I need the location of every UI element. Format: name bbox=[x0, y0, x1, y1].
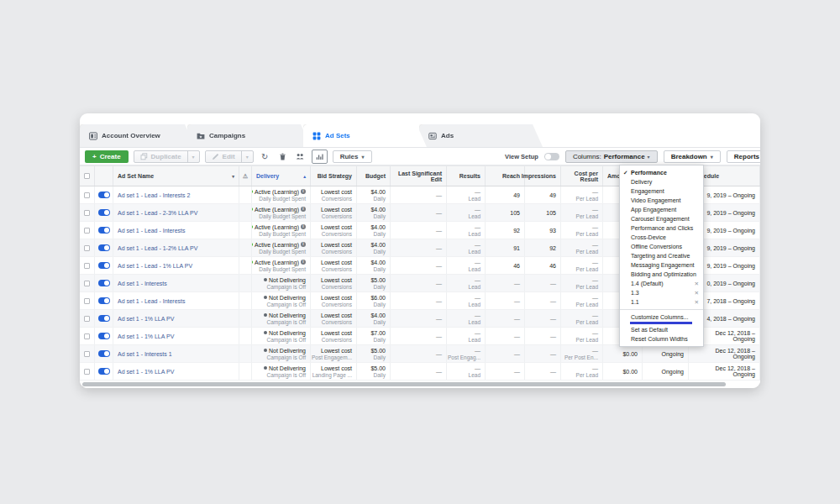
tab-ads[interactable]: Ads bbox=[419, 124, 543, 147]
columns-menu-item[interactable]: App Engagement bbox=[620, 205, 703, 214]
tab-campaigns[interactable]: Campaigns bbox=[187, 124, 311, 147]
columns-menu-item[interactable]: Offline Conversions bbox=[620, 242, 703, 251]
columns-menu-item[interactable]: ✓Performance bbox=[620, 168, 703, 177]
ad-set-name-link[interactable]: Ad set 1 - Lead - 1% LLA PV bbox=[118, 263, 234, 269]
row-checkbox[interactable] bbox=[84, 210, 90, 216]
row-checkbox[interactable] bbox=[84, 263, 90, 269]
reports-button[interactable]: Reports bbox=[727, 150, 760, 163]
columns-menu-item[interactable]: Video Engagement bbox=[620, 196, 703, 205]
edit-caret-button[interactable]: ▾ bbox=[241, 151, 253, 162]
row-active-toggle[interactable] bbox=[98, 192, 110, 198]
columns-menu-preset[interactable]: 1.4 (Default)✕ bbox=[620, 279, 703, 288]
row-checkbox[interactable] bbox=[84, 228, 90, 234]
ad-set-name-link[interactable]: Ad set 1 - Lead - Interests 2 bbox=[118, 192, 234, 198]
column-header[interactable]: ⚠ bbox=[239, 166, 252, 186]
info-icon[interactable]: i bbox=[301, 260, 306, 265]
rules-button[interactable]: Rules ▾ bbox=[333, 150, 372, 163]
duplicate-caret-button[interactable]: ▾ bbox=[187, 151, 199, 162]
columns-menu-item[interactable]: Cross-Device bbox=[620, 233, 703, 242]
ad-set-name-link[interactable]: Ad set 1 - Lead - Interests bbox=[118, 228, 234, 234]
columns-menu-item[interactable]: Targeting and Creative bbox=[620, 251, 703, 260]
row-checkbox[interactable] bbox=[84, 316, 90, 322]
columns-menu-preset[interactable]: 1.1✕ bbox=[620, 297, 703, 307]
remove-preset-icon[interactable]: ✕ bbox=[695, 290, 699, 297]
row-active-toggle[interactable] bbox=[98, 227, 110, 234]
column-header[interactable] bbox=[95, 166, 113, 186]
columns-menu-item[interactable]: Messaging Engagement bbox=[620, 260, 703, 270]
columns-menu-action[interactable]: Set as Default bbox=[620, 325, 703, 334]
row-active-toggle[interactable] bbox=[98, 368, 110, 375]
columns-menu-item[interactable]: Performance and Clicks bbox=[620, 223, 703, 233]
delivery-cell: Active (Learning)iDaily Budget Spent bbox=[252, 257, 311, 274]
remove-preset-icon[interactable]: ✕ bbox=[695, 281, 699, 287]
tab-ad-sets[interactable]: Ad Sets bbox=[303, 124, 427, 147]
column-header[interactable]: Reach bbox=[486, 166, 525, 186]
column-header[interactable]: Ad Set Name▾ bbox=[113, 166, 239, 186]
breakdown-button[interactable]: Breakdown ▾ bbox=[664, 150, 721, 163]
view-charts-button[interactable] bbox=[312, 150, 328, 164]
column-header[interactable]: Delivery▴ bbox=[252, 166, 311, 186]
row-active-toggle[interactable] bbox=[98, 280, 110, 286]
info-icon[interactable]: i bbox=[301, 189, 306, 194]
row-active-toggle[interactable] bbox=[98, 297, 110, 304]
columns-menu-item[interactable]: Bidding and Optimization bbox=[620, 270, 703, 279]
delivery-sub-label: Daily Budget Spent bbox=[259, 231, 306, 237]
ad-set-name-link[interactable]: Ad set 1 - Lead - 1-2% LLA PV bbox=[118, 245, 234, 251]
cell-sub-value: Per Lead bbox=[576, 213, 598, 219]
view-setup-toggle[interactable] bbox=[544, 153, 559, 160]
columns-menu-preset[interactable]: 1.3✕ bbox=[620, 288, 703, 297]
info-icon[interactable]: i bbox=[301, 207, 306, 212]
row-active-toggle[interactable] bbox=[98, 333, 110, 339]
row-checkbox[interactable] bbox=[84, 192, 90, 198]
revert-button[interactable]: ↻ bbox=[259, 150, 271, 163]
ad-set-name-link[interactable]: Ad set 1 - Interests bbox=[118, 281, 234, 286]
row-active-toggle[interactable] bbox=[98, 262, 110, 269]
warning-cell bbox=[239, 310, 252, 327]
tab-account-overview[interactable]: Account Overview bbox=[80, 124, 195, 147]
column-header[interactable]: Cost per Result bbox=[561, 166, 603, 186]
columns-menu-action[interactable]: Reset Column Widths bbox=[620, 334, 703, 344]
remove-preset-icon[interactable]: ✕ bbox=[695, 299, 699, 306]
columns-menu-action[interactable]: Customize Columns... bbox=[620, 312, 703, 322]
info-icon[interactable]: i bbox=[301, 242, 306, 247]
column-header[interactable]: Last Significant Edit bbox=[391, 166, 447, 186]
cell-sub-value: Per Lead bbox=[576, 231, 598, 237]
column-header[interactable]: Results bbox=[447, 166, 486, 186]
columns-menu-item-label: Performance and Clicks bbox=[631, 225, 693, 231]
data-cell: $4.00Daily bbox=[357, 222, 391, 239]
ad-set-name-link[interactable]: Ad set 1 - 1% LLA PV bbox=[118, 369, 234, 375]
row-active-toggle[interactable] bbox=[98, 315, 110, 322]
row-active-toggle[interactable] bbox=[98, 209, 110, 216]
duplicate-button[interactable]: Duplicate bbox=[134, 151, 187, 162]
column-header[interactable] bbox=[80, 166, 95, 186]
row-checkbox[interactable] bbox=[84, 298, 90, 304]
ab-test-button[interactable] bbox=[294, 150, 307, 163]
edit-button[interactable]: Edit bbox=[206, 151, 241, 162]
row-checkbox-cell bbox=[80, 239, 95, 256]
ad-set-name-link[interactable]: Ad set 1 - 1% LLA PV bbox=[118, 333, 234, 339]
select-all-checkbox[interactable] bbox=[84, 173, 90, 179]
delete-button[interactable] bbox=[276, 150, 289, 163]
horizontal-scrollbar-thumb[interactable] bbox=[82, 382, 726, 386]
row-checkbox[interactable] bbox=[84, 333, 90, 339]
ad-set-name-link[interactable]: Ad set 1 - Interests 1 bbox=[118, 351, 234, 357]
cell-value: — bbox=[436, 333, 442, 339]
column-header[interactable]: Budget bbox=[357, 166, 391, 186]
row-checkbox[interactable] bbox=[84, 245, 90, 251]
columns-menu-item[interactable]: Delivery bbox=[620, 177, 703, 186]
column-header[interactable]: Bid Strategy bbox=[311, 166, 357, 186]
row-checkbox[interactable] bbox=[84, 369, 90, 375]
ad-set-name-link[interactable]: Ad set 1 - Lead - Interests bbox=[118, 298, 234, 304]
create-button[interactable]: + Create bbox=[85, 150, 129, 163]
column-header[interactable]: Impressions bbox=[525, 166, 561, 186]
columns-menu-item[interactable]: Engagement bbox=[620, 186, 703, 196]
ad-set-name-link[interactable]: Ad set 1 - 1% LLA PV bbox=[118, 316, 234, 322]
columns-button[interactable]: Columns: Performance ▾ bbox=[565, 150, 658, 163]
info-icon[interactable]: i bbox=[301, 224, 306, 229]
row-active-toggle[interactable] bbox=[98, 244, 110, 251]
row-active-toggle[interactable] bbox=[98, 350, 110, 357]
columns-menu-item[interactable]: Carousel Engagement bbox=[620, 214, 703, 223]
row-checkbox[interactable] bbox=[84, 351, 90, 357]
ad-set-name-link[interactable]: Ad set 1 - Lead - 2-3% LLA PV bbox=[118, 210, 234, 216]
row-checkbox[interactable] bbox=[84, 281, 90, 286]
